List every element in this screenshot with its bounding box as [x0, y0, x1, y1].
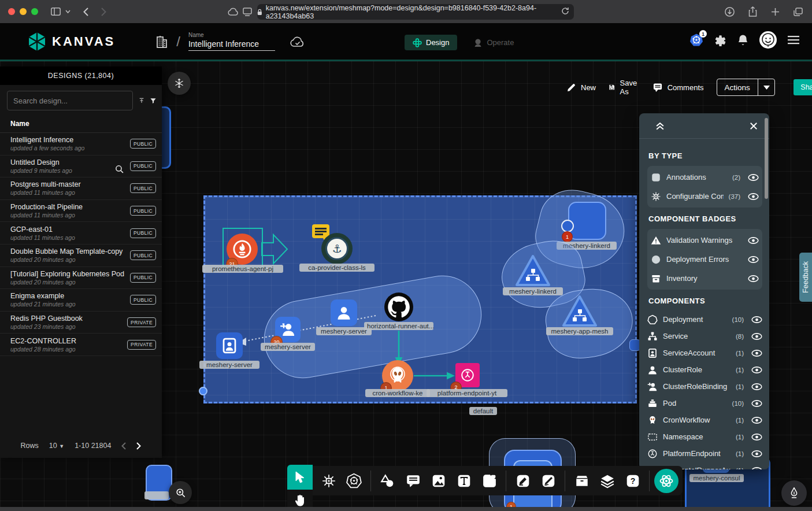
component-row[interactable]: Deployment (10) [647, 311, 762, 328]
text-tool[interactable] [452, 468, 476, 493]
component-row[interactable]: ClusterRole (1) [647, 361, 762, 378]
reload-icon[interactable] [561, 7, 569, 16]
zoom-button[interactable] [169, 481, 192, 504]
badge-row[interactable]: Validation Warnings [651, 231, 759, 250]
page-settings-icon[interactable] [243, 8, 252, 16]
downloads-icon[interactable] [725, 7, 735, 17]
collapse-panel-icon[interactable] [654, 120, 666, 132]
component-row[interactable]: ServiceAccount (1) [647, 345, 762, 361]
visibility-eye-icon[interactable] [751, 332, 762, 340]
url-bar[interactable]: kanvas.new/extension/meshmap?mode=design… [257, 4, 574, 20]
minimize-window-button[interactable] [20, 8, 27, 15]
tab-overview-icon[interactable] [794, 8, 803, 16]
linkerd-namespace-node[interactable] [568, 202, 606, 240]
visibility-eye-icon[interactable] [751, 366, 762, 374]
icloud-icon[interactable] [228, 8, 239, 16]
import-design-icon[interactable] [139, 95, 144, 106]
share-button[interactable]: Share [794, 79, 812, 95]
design-row[interactable]: Double Bubble Map Template-copyupdated 2… [0, 245, 162, 267]
component-row[interactable]: PlatformEndpoint (1) [647, 445, 762, 462]
frame-tool[interactable] [477, 468, 501, 493]
save-as-button[interactable]: Save As [609, 79, 640, 96]
filter-icon[interactable] [150, 96, 156, 106]
comment-tool[interactable] [401, 468, 425, 493]
back-button[interactable] [83, 8, 88, 16]
visibility-eye-icon[interactable] [751, 433, 762, 441]
comments-button[interactable]: Comments [652, 83, 704, 92]
visibility-eye-icon[interactable] [748, 173, 759, 182]
caret-down-icon[interactable] [763, 86, 770, 90]
appmesh-service-node[interactable] [561, 294, 598, 329]
hamburger-menu-icon[interactable] [788, 35, 799, 45]
prev-page-button[interactable] [121, 442, 126, 450]
actions-split-button[interactable]: Actions [717, 79, 776, 96]
visibility-eye-icon[interactable] [751, 383, 762, 391]
design-row[interactable]: Untitled Designupdated 9 minutes ago PUB… [0, 155, 162, 178]
next-page-button[interactable] [136, 442, 141, 450]
rows-per-page-select[interactable]: 10 ▼ [49, 442, 64, 450]
traffic-lights[interactable] [8, 8, 38, 15]
design-row[interactable]: GCP-east-01updated 11 minutes ago PUBLIC [0, 222, 162, 245]
visibility-eye-icon[interactable] [751, 416, 762, 424]
panel-scrollbar[interactable] [765, 118, 768, 199]
selection-handle[interactable] [199, 387, 207, 395]
user-avatar[interactable] [759, 31, 777, 49]
component-row[interactable]: ClusterRoleBinding (1) [647, 378, 762, 395]
design-row[interactable]: Postgres multi-masterupdated 11 minutes … [0, 177, 162, 200]
design-name-input[interactable] [188, 39, 275, 51]
tab-design[interactable]: Design [405, 35, 457, 50]
linkerd-service-node[interactable] [514, 254, 551, 288]
share-icon[interactable] [748, 6, 757, 17]
feedback-tab[interactable]: Feedback [799, 253, 812, 302]
visibility-eye-icon[interactable] [751, 316, 762, 324]
organization-icon[interactable] [155, 35, 168, 49]
help-tool[interactable]: ? [621, 468, 644, 493]
component-row[interactable]: Namespace (1) [647, 428, 762, 445]
visibility-eye-icon[interactable] [751, 450, 762, 458]
whiteboard-pen-button[interactable] [781, 480, 807, 506]
select-tool-button[interactable] [287, 465, 313, 490]
visibility-eye-icon[interactable] [748, 255, 759, 264]
forward-button[interactable] [101, 8, 106, 16]
meshery-tool[interactable] [654, 468, 678, 493]
design-row[interactable]: [Tutorial] Exploring Kubernetes Podupdat… [0, 267, 162, 290]
ca-provider-node[interactable]: ⚓ [325, 237, 348, 260]
kubernetes-context[interactable]: 1 [689, 33, 703, 47]
pen-tool[interactable] [511, 468, 535, 493]
component-row[interactable]: Pod (10) [647, 395, 762, 412]
relationship-tool[interactable] [317, 468, 340, 493]
close-window-button[interactable] [8, 8, 15, 15]
drawer-tool[interactable] [570, 468, 594, 493]
by-type-row[interactable]: Configurable Components (37) [651, 187, 759, 206]
clusterrole-node[interactable] [331, 299, 357, 326]
shapes-tool[interactable] [376, 468, 399, 493]
new-button[interactable]: New [566, 83, 596, 92]
settings-gear-icon[interactable] [714, 34, 726, 46]
component-row[interactable]: Service (8) [647, 328, 762, 345]
design-name-field[interactable]: Name [188, 32, 275, 51]
design-row[interactable]: Enigma exampleupdated 21 minutes ago PUB… [0, 289, 162, 312]
kubernetes-tool[interactable] [342, 468, 366, 493]
image-tool[interactable] [427, 468, 450, 493]
sidebar-toggle-icon[interactable] [51, 8, 61, 16]
visibility-eye-icon[interactable] [751, 466, 762, 470]
visibility-eye-icon[interactable] [751, 399, 762, 408]
design-row[interactable]: EC2-CONTROLLERupdated 28 minutes ago PRI… [0, 334, 162, 356]
visibility-eye-icon[interactable] [751, 349, 762, 357]
zoom-window-button[interactable] [31, 8, 38, 15]
design-row[interactable]: Redis PHP Guestbookupdated 23 minutes ag… [0, 312, 162, 334]
visibility-eye-icon[interactable] [748, 192, 759, 201]
search-input[interactable] [7, 91, 133, 110]
notifications-bell-icon[interactable] [737, 34, 748, 46]
design-row[interactable]: Intelligent Inferenceupdated a few secon… [0, 133, 162, 155]
badge-row[interactable]: Deployment Errors [651, 250, 759, 269]
pencil-tool[interactable] [536, 468, 560, 493]
visibility-eye-icon[interactable] [748, 236, 759, 245]
visibility-eye-icon[interactable] [748, 275, 759, 283]
layers-tool[interactable] [595, 468, 619, 493]
design-row[interactable]: Production-alt Pipelineupdated 11 minute… [0, 200, 162, 223]
chevron-down-icon[interactable] [65, 10, 71, 13]
tab-operate[interactable]: Operate [465, 35, 522, 50]
by-type-row[interactable]: Annotations (2) [651, 168, 759, 187]
github-runner-node[interactable] [384, 292, 413, 321]
